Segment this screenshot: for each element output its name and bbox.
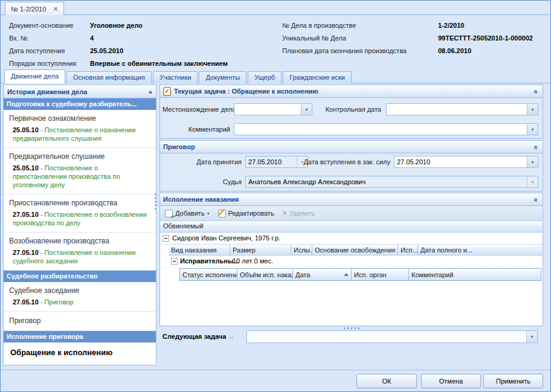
accused-name: Сидоров Иван Сергеевич, 1975 г.р. (172, 233, 280, 243)
field-label: № Дела в производстве (282, 19, 438, 32)
combo-arrow-icon: ▾ (526, 331, 537, 342)
cancel-button[interactable]: Отмена (421, 374, 481, 388)
collapse-minus-icon[interactable] (171, 258, 178, 265)
field-value: Впервые с обвинительным заключением (90, 57, 228, 70)
verdict-title: Приговор (163, 143, 195, 150)
column-vid-nakazaniya[interactable]: Вид наказания (169, 245, 230, 255)
control-date-combo[interactable]: ▾ (386, 103, 538, 115)
column-obyom[interactable]: Объём исп. наказа... (237, 269, 293, 280)
column-razmer[interactable]: Размер (230, 245, 291, 255)
case-header-left: Документ-основание Уголовное дело Вх. № … (9, 19, 228, 70)
tab-osnovnaya-informatsiya[interactable]: Основная информация (66, 71, 152, 83)
combo-value: 27.05.2010 (395, 158, 527, 165)
punishment-row[interactable]: Исправительны... 10 лет 0 мес. (160, 255, 543, 268)
collapse-up-icon[interactable]: « (532, 144, 541, 150)
field-value: 08.06.2010 (438, 45, 533, 57)
document-date: 27.05.10 (13, 249, 39, 256)
close-icon[interactable]: × (53, 5, 58, 13)
field-value: Уголовное дело (90, 19, 228, 32)
collapse-left-icon[interactable]: « (149, 88, 152, 95)
combo-arrow-icon: ▾ (527, 156, 538, 167)
history-panel-title: История движения дела (7, 88, 87, 95)
field-label: Порядок поступления (9, 57, 90, 70)
tab-uchastniki[interactable]: Участники (153, 71, 198, 83)
history-step-title[interactable]: Приговор (4, 312, 156, 331)
column-data[interactable]: Дата (293, 269, 352, 280)
field-value: 4 (90, 32, 228, 45)
document-tab-label: № 1-2/2010 (11, 5, 46, 13)
column-status[interactable]: Статус исполнения (180, 269, 237, 280)
column-osnovanie[interactable]: Основание освобождения (312, 245, 398, 255)
history-step-title[interactable]: Первичное ознакомление (4, 110, 156, 124)
current-task-panel: ✓ Текущая задача : Обращение к исполнени… (160, 85, 543, 139)
tab-dokumenty[interactable]: Документы (199, 71, 246, 83)
punishment-grid-header: Вид наказания Размер Испы... Основание о… (169, 244, 543, 255)
tab-grazhdanskie-iski[interactable]: Гражданские иски (283, 71, 352, 83)
add-icon: + (165, 210, 173, 217)
stage-group-execution[interactable]: Исполнение приговора (4, 331, 156, 342)
history-step-document[interactable]: 25.05.10 - Постановление о приостановлен… (4, 162, 156, 194)
case-header: Документ-основание Уголовное дело Вх. № … (1, 14, 550, 70)
case-location-label: Местонахождение дела (163, 103, 230, 115)
history-list: Подготовка к судебному разбиратель... Пе… (4, 98, 156, 365)
next-task-combo[interactable]: ▾ (246, 330, 538, 343)
tab-dvizhenie-dela[interactable]: Движение дела (4, 69, 65, 83)
judge-combo: Анатольев Александр Александрович ▾ (245, 176, 538, 188)
judge-label: Судья (163, 176, 242, 188)
execution-title: Исполнение наказания (163, 196, 239, 203)
execution-toolbar: + Добавить ▾ Редактировать × Удалить (160, 206, 543, 221)
field-value: 99ТЕСТТТ-25052010-1-000002 (438, 32, 533, 45)
history-step-document[interactable]: 25.05.10 - Постановление о назначении пр… (4, 124, 156, 148)
document-date: 25.05.10 (13, 164, 39, 172)
add-button[interactable]: + Добавить ▾ (163, 208, 212, 219)
accused-row[interactable]: Сидоров Иван Сергеевич, 1975 г.р. (160, 233, 543, 245)
grid-column-accused[interactable]: Обвиняемый (160, 221, 543, 233)
history-step-title[interactable]: Приостановление производства (4, 194, 156, 209)
column-kommentariy[interactable]: Комментарий (409, 269, 541, 280)
ok-button[interactable]: ОК (356, 374, 417, 388)
execution-panel: Исполнение наказания « + Добавить ▾ Реда… (160, 193, 543, 326)
document-date: 27.05.10 (13, 211, 39, 218)
document-tab[interactable]: № 1-2/2010 × (5, 2, 64, 15)
document-name: - Приговор (40, 298, 74, 306)
column-ispy[interactable]: Испы... (291, 245, 312, 255)
collapse-up-icon[interactable]: « (532, 196, 541, 203)
column-data-polnogo[interactable]: Дата полного и... (418, 245, 543, 255)
apply-button[interactable]: Применить (483, 374, 543, 388)
sidebar-step-current[interactable]: Обращение к исполнению (4, 342, 156, 362)
verdict-date-label: Дата принятия (163, 156, 242, 168)
combo-arrow-icon: ▾ (527, 104, 538, 115)
comment-combo[interactable]: ▾ (234, 123, 538, 135)
case-header-right: № Дела в производстве 1-2/2010 Уникальны… (282, 19, 533, 57)
horizontal-splitter[interactable] (160, 326, 543, 330)
history-step-document[interactable]: 27.05.10 - Постановление о назначении су… (4, 247, 156, 271)
history-step-document[interactable]: 27.05.10 - Приговор (4, 297, 156, 312)
legal-force-date-combo[interactable]: 27.05.2010 ▾ (394, 156, 538, 168)
history-step-document[interactable]: 27.05.10 - Постановление о возобновлении… (4, 209, 156, 233)
stage-group-preparation[interactable]: Подготовка к судебному разбиратель... (4, 98, 156, 110)
combo-value: Анатольев Александр Александрович (246, 178, 527, 185)
history-step-title[interactable]: Предварительное слушание (4, 148, 156, 162)
history-step-title[interactable]: Возобновление производства (4, 233, 156, 247)
next-arrow-icon: → (228, 330, 234, 343)
history-step-title[interactable]: Судебное заседание (4, 282, 156, 297)
field-label: Документ-основание (9, 19, 90, 32)
verdict-panel-header: Приговор « (160, 141, 543, 153)
field-label: Вх. № (9, 32, 90, 45)
tab-ushcherb[interactable]: Ущерб (248, 71, 282, 83)
stage-group-trial[interactable]: Судебное разбирательство (4, 271, 156, 282)
edit-button[interactable]: Редактировать (216, 208, 277, 219)
combo-arrow-icon: ▾ (527, 124, 538, 135)
delete-button: × Удалить (280, 208, 317, 219)
column-isp-organ[interactable]: Исп. орган (352, 269, 409, 280)
column-isp[interactable]: Исп... (398, 245, 418, 255)
history-panel: История движения дела « Подготовка к суд… (3, 85, 156, 365)
vertical-splitter[interactable] (155, 194, 156, 210)
verdict-panel: Приговор « Дата принятия 27.05.2010 ▾ Да… (160, 140, 543, 191)
collapse-minus-icon[interactable] (163, 235, 169, 242)
edit-button-label: Редактировать (228, 210, 274, 217)
execution-panel-header: Исполнение наказания « (160, 193, 543, 206)
next-task-label: Следующая задача (163, 330, 226, 343)
field-label: Уникальный № Дела (282, 32, 438, 45)
collapse-up-icon[interactable]: « (532, 88, 541, 95)
